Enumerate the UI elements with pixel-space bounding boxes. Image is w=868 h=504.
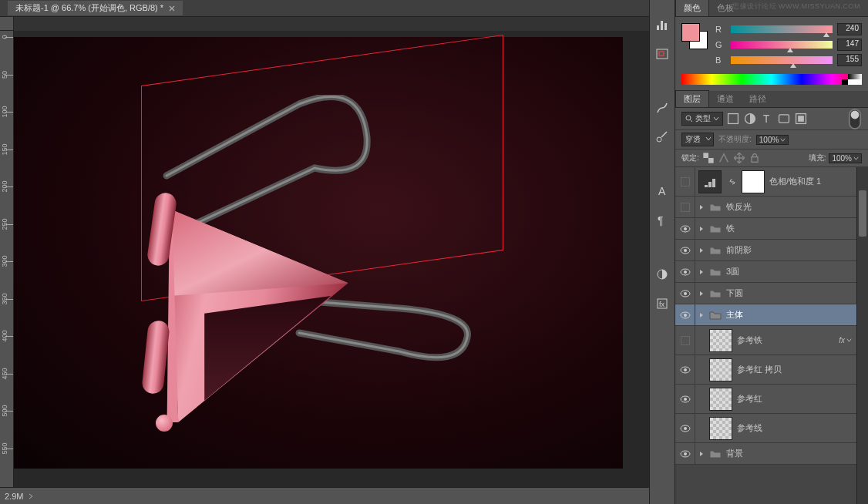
ruler-vertical[interactable]: 050100150200250300350400450500550 <box>0 31 14 487</box>
visibility-toggle[interactable] <box>675 283 695 304</box>
layer-name[interactable]: 前阴影 <box>726 244 856 256</box>
visibility-toggle[interactable] <box>675 304 695 325</box>
lock-position-icon[interactable] <box>733 152 745 164</box>
color-value-g[interactable]: 147 <box>837 39 862 51</box>
layer-filter-type[interactable]: 类型 <box>681 112 723 126</box>
expand-toggle[interactable] <box>695 269 708 275</box>
filter-adjustment-icon[interactable] <box>743 112 757 126</box>
histogram-icon[interactable] <box>653 15 671 34</box>
adjustments-icon[interactable] <box>653 265 671 284</box>
styles-icon[interactable]: fx <box>653 294 671 313</box>
expand-toggle[interactable] <box>695 204 708 210</box>
filter-toggle-switch[interactable] <box>848 112 862 126</box>
slider-thumb[interactable] <box>790 63 796 68</box>
fg-bg-swatches[interactable] <box>681 23 708 49</box>
layer-name[interactable]: 铁反光 <box>726 201 856 213</box>
layer-row[interactable]: 下圆 <box>675 283 856 304</box>
tab-layers[interactable]: 图层 <box>675 90 709 107</box>
filter-pixel-icon[interactable] <box>726 112 740 126</box>
visibility-toggle[interactable] <box>675 355 695 384</box>
visibility-toggle[interactable] <box>675 326 695 354</box>
layer-thumb[interactable] <box>709 329 732 352</box>
layer-list-scrollbar[interactable] <box>856 167 868 504</box>
expand-toggle[interactable] <box>695 226 708 232</box>
canvas-viewport[interactable] <box>14 31 649 487</box>
filter-shape-icon[interactable] <box>777 112 791 126</box>
visibility-toggle[interactable] <box>675 197 695 217</box>
color-value-b[interactable]: 155 <box>837 54 862 66</box>
lock-transparency-icon[interactable] <box>702 152 715 164</box>
layer-thumb[interactable] <box>709 358 732 381</box>
visibility-toggle[interactable] <box>675 443 695 464</box>
mask-thumb[interactable] <box>742 170 765 193</box>
slider-thumb[interactable] <box>823 32 829 37</box>
layer-name[interactable]: 主体 <box>726 309 856 321</box>
layer-row[interactable]: 参考红 <box>675 385 856 414</box>
layer-name[interactable]: 3圆 <box>726 266 856 277</box>
layer-list[interactable]: 色相/饱和度 1铁反光铁前阴影3圆下圆主体参考铁fx 参考红 拷贝参考红参考线背… <box>675 167 856 504</box>
lock-pixels-icon[interactable] <box>718 152 730 164</box>
layer-name[interactable]: 色相/饱和度 1 <box>769 176 856 187</box>
color-slider-g[interactable] <box>731 41 833 49</box>
lock-all-icon[interactable] <box>749 152 761 164</box>
layer-row[interactable]: 铁反光 <box>675 197 856 218</box>
visibility-toggle[interactable] <box>675 385 695 413</box>
brush-settings-icon[interactable] <box>653 128 671 146</box>
tab-paths[interactable]: 路径 <box>742 91 774 107</box>
scroll-thumb[interactable] <box>859 190 866 237</box>
layer-name[interactable]: 参考线 <box>737 422 856 434</box>
blend-mode-select[interactable]: 穿透 <box>681 133 714 146</box>
expand-toggle[interactable] <box>695 291 708 297</box>
layer-row[interactable]: 前阴影 <box>675 240 856 261</box>
layer-thumb[interactable] <box>709 388 732 411</box>
opacity-field[interactable]: 100% <box>756 135 789 145</box>
layer-row[interactable]: 铁 <box>675 218 856 240</box>
layer-name[interactable]: 参考红 <box>737 393 856 405</box>
visibility-toggle[interactable] <box>675 261 695 282</box>
layer-name[interactable]: 参考铁 <box>737 334 839 346</box>
color-value-r[interactable]: 240 <box>837 23 862 35</box>
filter-text-icon[interactable]: T <box>760 112 774 126</box>
fx-badge[interactable]: fx <box>839 336 852 344</box>
layer-row[interactable]: 参考线 <box>675 414 856 443</box>
visibility-toggle[interactable] <box>675 218 695 239</box>
layer-row[interactable]: 主体 <box>675 304 856 326</box>
document-tab[interactable]: 未标题-1 @ 66.7% (开始调色, RGB/8) * <box>8 1 183 15</box>
ruler-origin[interactable] <box>0 17 14 31</box>
status-arrow-icon[interactable] <box>26 492 35 501</box>
layer-row[interactable]: 参考铁fx <box>675 326 856 355</box>
fg-color-swatch[interactable] <box>681 23 700 42</box>
close-icon[interactable] <box>169 5 175 12</box>
layer-row[interactable]: 背景 <box>675 443 856 465</box>
layer-row[interactable]: 参考红 拷贝 <box>675 355 856 385</box>
layer-row[interactable]: 色相/饱和度 1 <box>675 167 856 197</box>
character-icon[interactable]: A <box>653 182 671 200</box>
tab-channels[interactable]: 通道 <box>709 91 742 107</box>
expand-toggle[interactable] <box>695 312 708 318</box>
slider-thumb[interactable] <box>787 48 793 52</box>
filter-smart-icon[interactable] <box>794 112 808 126</box>
color-spectrum[interactable] <box>681 74 862 85</box>
visibility-toggle[interactable] <box>675 167 695 196</box>
layer-name[interactable]: 背景 <box>726 448 856 459</box>
layer-name[interactable]: 参考红 拷贝 <box>737 364 856 375</box>
layer-row[interactable]: 3圆 <box>675 261 856 283</box>
folder-icon <box>709 310 722 321</box>
expand-toggle[interactable] <box>695 247 708 254</box>
fill-field[interactable]: 100% <box>829 153 862 163</box>
brush-icon[interactable] <box>653 99 671 117</box>
color-slider-b[interactable] <box>731 56 833 64</box>
opacity-label: 不透明度: <box>718 134 752 145</box>
layer-thumb[interactable] <box>709 417 732 440</box>
expand-toggle[interactable] <box>695 451 708 457</box>
document-canvas[interactable] <box>14 37 623 469</box>
layer-name[interactable]: 下圆 <box>726 287 856 299</box>
paragraph-icon[interactable]: ¶ <box>653 211 671 230</box>
visibility-toggle[interactable] <box>675 414 695 442</box>
tab-color[interactable]: 颜色 <box>675 0 709 16</box>
visibility-toggle[interactable] <box>675 240 695 260</box>
color-slider-r[interactable] <box>731 25 833 33</box>
layer-name[interactable]: 铁 <box>726 223 856 234</box>
adjustment-thumb[interactable] <box>698 170 722 193</box>
navigator-icon[interactable] <box>653 45 671 63</box>
